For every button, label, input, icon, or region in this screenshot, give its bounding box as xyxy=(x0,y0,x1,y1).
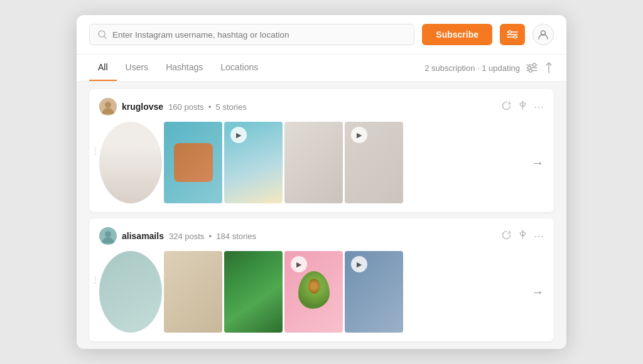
stats-alisamails: 324 posts • 184 stories xyxy=(169,232,256,241)
images-kruglovse: ▶ ▶ xyxy=(99,122,403,203)
card-actions-alisamails: ⋯ xyxy=(501,230,544,243)
profile-image-alisamails[interactable] xyxy=(99,251,162,333)
images-alisamails: ▶ ▶ xyxy=(99,251,403,333)
stats-kruglovse: 160 posts • 5 stories xyxy=(168,102,247,112)
thumb-kruglovse-2[interactable] xyxy=(164,122,222,203)
app-window: Subscribe All Users Hashtags Locations xyxy=(77,15,566,349)
svg-point-20 xyxy=(105,102,111,108)
search-input[interactable] xyxy=(112,30,406,40)
play-icon-3[interactable]: ▶ xyxy=(291,256,307,272)
thumb-kruglovse-4[interactable] xyxy=(284,122,343,203)
svg-point-11 xyxy=(533,63,536,67)
profile-image-kruglovse[interactable] xyxy=(99,122,162,203)
thumb-kruglovse-5[interactable]: ▶ xyxy=(345,122,403,203)
svg-point-14 xyxy=(529,69,532,72)
search-icon xyxy=(97,29,107,40)
sort-icon[interactable] xyxy=(544,62,554,73)
avatar-alisamails xyxy=(99,227,117,245)
drag-handle-2[interactable]: ⋮⋮ xyxy=(89,276,109,284)
user-icon xyxy=(538,29,549,40)
filter-button[interactable] xyxy=(500,24,525,45)
play-icon-2[interactable]: ▶ xyxy=(351,127,367,143)
feed-card-alisamails: ⋮⋮ alisamails 324 posts • 184 stories xyxy=(89,218,554,341)
play-icon-4[interactable]: ▶ xyxy=(351,256,367,272)
play-icon[interactable]: ▶ xyxy=(230,127,247,143)
card-header-alisamails: alisamails 324 posts • 184 stories ⋯ xyxy=(94,227,544,245)
tabs-group: All Users Hashtags Locations xyxy=(89,55,267,81)
header: Subscribe xyxy=(77,15,566,55)
username-kruglovse: kruglovse xyxy=(122,102,163,112)
more-icon[interactable]: ⋯ xyxy=(534,101,544,113)
filter-icon xyxy=(507,29,518,40)
avocado-image xyxy=(298,271,330,309)
card-header-kruglovse: kruglovse 160 posts • 5 stories ⋯ xyxy=(94,98,544,115)
thumb-alisamails-4[interactable]: ▶ xyxy=(284,251,343,333)
feed-card-kruglovse: ⋮⋮ kruglovse 160 posts • 5 stories xyxy=(89,89,554,212)
pin-icon-2[interactable] xyxy=(518,230,527,243)
tab-all[interactable]: All xyxy=(89,55,117,81)
thumb-kruglovse-3[interactable]: ▶ xyxy=(224,122,283,203)
subscription-status: 2 subscription · 1 updating xyxy=(424,63,520,73)
svg-point-5 xyxy=(509,31,511,33)
card-actions-kruglovse: ⋯ xyxy=(501,100,544,114)
tab-users[interactable]: Users xyxy=(117,55,158,81)
svg-line-1 xyxy=(104,36,107,39)
thumb-alisamails-5[interactable]: ▶ xyxy=(345,251,403,333)
svg-point-6 xyxy=(514,36,516,38)
refresh-icon-2[interactable] xyxy=(501,230,512,243)
thumb-alisamails-3[interactable] xyxy=(224,251,283,333)
content-area: ⋮⋮ kruglovse 160 posts • 5 stories xyxy=(77,82,566,349)
subscribe-button[interactable]: Subscribe xyxy=(422,24,492,45)
pin-icon[interactable] xyxy=(518,100,527,114)
search-filter-icon[interactable] xyxy=(526,62,538,73)
more-icon-2[interactable]: ⋯ xyxy=(534,230,544,242)
profile-button[interactable] xyxy=(532,24,554,45)
tab-locations[interactable]: Locations xyxy=(212,55,267,81)
image-strip-kruglovse: ▶ ▶ → xyxy=(94,122,544,203)
username-alisamails: alisamails xyxy=(122,231,164,241)
thumb-alisamails-2[interactable] xyxy=(164,251,222,333)
image-strip-alisamails: ▶ ▶ → xyxy=(94,251,544,333)
nav-status: 2 subscription · 1 updating xyxy=(424,62,554,73)
nav-tabs: All Users Hashtags Locations 2 subscript… xyxy=(77,55,566,82)
tab-hashtags[interactable]: Hashtags xyxy=(157,55,212,81)
search-bar[interactable] xyxy=(89,24,414,45)
refresh-icon[interactable] xyxy=(501,100,512,114)
svg-point-23 xyxy=(105,231,111,237)
next-arrow-kruglovse[interactable]: → xyxy=(526,156,544,170)
avatar-kruglovse xyxy=(99,98,117,115)
next-arrow-alisamails[interactable]: → xyxy=(526,285,544,299)
